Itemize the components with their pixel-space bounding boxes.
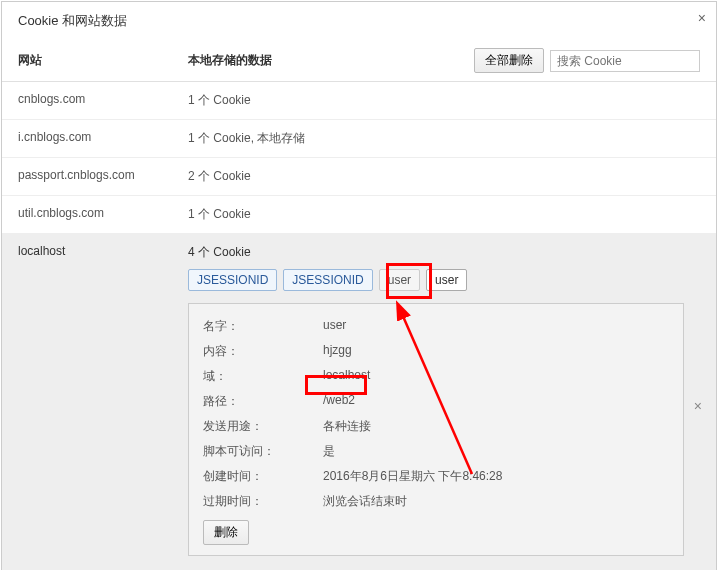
detail-label-sendfor: 发送用途： [203,418,323,435]
site-cell: passport.cnblogs.com [18,168,188,185]
table-row[interactable]: util.cnblogs.com 1 个 Cookie [2,196,716,234]
detail-label-expires: 过期时间： [203,493,323,510]
cookie-details: 名字：user 内容：hjzgg 域：localhost 路径：/web2 发送… [188,303,684,556]
column-header-data: 本地存储的数据 [188,52,474,69]
detail-label-script: 脚本可访问： [203,443,323,460]
cookie-chip[interactable]: JSESSIONID [283,269,372,291]
delete-all-button[interactable]: 全部删除 [474,48,544,73]
detail-label-path: 路径： [203,393,323,410]
toolbar: 网站 本地存储的数据 全部删除 [2,40,716,82]
table-row[interactable]: passport.cnblogs.com 2 个 Cookie [2,158,716,196]
site-cell: localhost [18,244,188,261]
close-icon[interactable]: × [698,10,706,26]
detail-value-content: hjzgg [323,343,669,360]
site-cell: i.cnblogs.com [18,130,188,147]
dialog-header: Cookie 和网站数据 × [2,2,716,40]
detail-value-sendfor: 各种连接 [323,418,669,435]
search-input[interactable] [550,50,700,72]
detail-value-created: 2016年8月6日星期六 下午8:46:28 [323,468,669,485]
site-cell: cnblogs.com [18,92,188,109]
detail-value-expires: 浏览会话结束时 [323,493,669,510]
delete-cookie-button[interactable]: 删除 [203,520,249,545]
cookie-chip[interactable]: user [379,269,420,291]
table-row-selected: localhost 4 个 Cookie JSESSIONID JSESSION… [2,234,716,570]
detail-value-path: /web2 [323,393,669,410]
detail-value-domain: localhost [323,368,669,385]
data-cell: 2 个 Cookie [188,168,700,185]
data-cell: 4 个 Cookie [188,244,700,261]
data-cell: 1 个 Cookie, 本地存储 [188,130,700,147]
table-row[interactable]: cnblogs.com 1 个 Cookie [2,82,716,120]
detail-label-content: 内容： [203,343,323,360]
detail-value-name: user [323,318,669,335]
detail-value-script: 是 [323,443,669,460]
detail-label-created: 创建时间： [203,468,323,485]
dialog-title: Cookie 和网站数据 [18,12,700,30]
table-row[interactable]: i.cnblogs.com 1 个 Cookie, 本地存储 [2,120,716,158]
cookie-chip[interactable]: user [426,269,467,291]
cookie-dialog: Cookie 和网站数据 × 网站 本地存储的数据 全部删除 cnblogs.c… [1,1,717,570]
detail-label-name: 名字： [203,318,323,335]
column-header-site: 网站 [18,52,188,69]
site-cell: util.cnblogs.com [18,206,188,223]
data-cell: 1 个 Cookie [188,92,700,109]
detail-label-domain: 域： [203,368,323,385]
data-cell: 1 个 Cookie [188,206,700,223]
cookie-chip[interactable]: JSESSIONID [188,269,277,291]
remove-row-icon[interactable]: × [694,398,702,414]
cookie-chips: JSESSIONID JSESSIONID user user [188,269,700,291]
